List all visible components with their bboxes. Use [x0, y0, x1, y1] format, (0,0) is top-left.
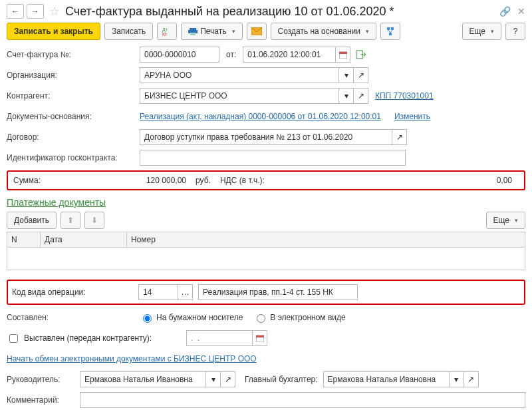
nds-amount: 0,00	[265, 176, 519, 185]
issued-checkbox-label[interactable]: Выставлен (передан контрагенту):	[7, 332, 186, 345]
org-input[interactable]: АРУНА ООО	[140, 67, 339, 83]
sf-number-input[interactable]: 0000-0000010	[140, 47, 219, 63]
svg-rect-8	[389, 33, 392, 35]
more-button[interactable]: Еще	[462, 23, 501, 40]
issued-checkbox[interactable]	[9, 334, 18, 343]
favorite-star-icon[interactable]: ☆	[49, 4, 60, 19]
nav-forward-button[interactable]: →	[27, 4, 44, 19]
col-n[interactable]: N	[7, 232, 41, 247]
comment-input[interactable]	[80, 392, 525, 408]
accountant-label: Главный бухгалтер:	[245, 375, 318, 384]
composed-label: Составлен:	[7, 313, 140, 322]
contract-open-button[interactable]: ↗	[392, 129, 407, 145]
sf-from-label: от:	[226, 50, 236, 59]
calendar-icon	[339, 51, 347, 59]
open-icon: ↗	[225, 375, 231, 384]
nav-back-button[interactable]: ←	[7, 4, 24, 19]
close-icon[interactable]: ✕	[517, 6, 525, 17]
create-based-on-button[interactable]: Создать на основании	[271, 23, 377, 40]
opcode-label: Код вида операции:	[12, 288, 138, 297]
structure-icon	[386, 27, 395, 36]
paydocs-add-button[interactable]: Добавить	[7, 212, 57, 229]
link-icon[interactable]: 🔗	[499, 6, 511, 17]
base-docs-label: Документы-основания:	[7, 112, 140, 121]
help-button[interactable]: ?	[505, 23, 525, 40]
paydocs-section-header[interactable]: Платежные документы	[7, 197, 106, 208]
head-dropdown-button[interactable]: ▾	[206, 371, 221, 387]
svg-text:Кт: Кт	[162, 32, 168, 36]
accountant-open-button[interactable]: ↗	[464, 371, 479, 387]
paydocs-table-header: N Дата Номер	[7, 232, 525, 248]
arrow-down-icon: ⬇	[91, 216, 98, 225]
open-icon: ↗	[358, 71, 364, 80]
ellipsis-icon: …	[182, 288, 190, 297]
paydocs-move-down-button[interactable]: ⬇	[84, 212, 104, 229]
goscontract-label: Идентификатор госконтракта:	[7, 153, 140, 162]
chevron-down-icon: ▾	[211, 375, 215, 384]
arrow-right-icon: →	[31, 7, 39, 16]
comment-label: Комментарий:	[7, 395, 80, 405]
structure-button[interactable]	[380, 23, 400, 40]
paydocs-move-up-button[interactable]: ⬆	[61, 212, 80, 229]
col-number[interactable]: Номер	[127, 232, 525, 247]
base-docs-edit-link[interactable]: Изменить	[394, 112, 430, 121]
col-date[interactable]: Дата	[41, 232, 127, 247]
issued-date-calendar-button[interactable]	[253, 330, 267, 346]
composed-electronic-option[interactable]: В электронном виде	[253, 312, 345, 323]
sf-date-action-icon[interactable]	[356, 50, 366, 59]
contr-open-button[interactable]: ↗	[354, 88, 368, 104]
svg-rect-7	[391, 27, 394, 30]
paydocs-more-button[interactable]: Еще	[486, 212, 525, 229]
email-button[interactable]	[247, 23, 267, 40]
arrow-left-icon: ←	[11, 7, 19, 16]
org-label: Организация:	[7, 71, 140, 80]
contract-input[interactable]: Договор уступки права требования № 213 о…	[140, 129, 392, 145]
print-button[interactable]: Печать	[181, 23, 242, 40]
edo-start-link[interactable]: Начать обмен электронными документами с …	[7, 354, 257, 363]
window-title: Счет-фактура выданный на реализацию 10 о…	[65, 5, 493, 19]
save-close-button[interactable]: Записать и закрыть	[7, 23, 100, 40]
open-icon: ↗	[396, 132, 403, 142]
sum-amount: 120 000,00	[106, 176, 186, 185]
envelope-icon	[251, 27, 262, 35]
org-open-button[interactable]: ↗	[354, 67, 368, 83]
sum-label: Сумма:	[13, 176, 106, 185]
opcode-select-button[interactable]: …	[178, 284, 193, 300]
svg-rect-2	[190, 28, 196, 30]
head-input[interactable]: Ермакова Наталья Ивановна	[80, 371, 206, 387]
composed-electronic-radio[interactable]	[257, 314, 265, 323]
nds-label: НДС (в т.ч.):	[220, 176, 265, 185]
sf-date-input[interactable]: 01.06.2020 12:00:01	[243, 47, 336, 63]
svg-rect-10	[339, 52, 347, 54]
contr-dropdown-button[interactable]: ▾	[339, 88, 354, 104]
contr-label: Контрагент:	[7, 91, 140, 101]
open-icon: ↗	[358, 91, 364, 101]
calendar-icon	[256, 334, 264, 342]
doc-arrow-icon	[356, 50, 366, 59]
contr-input[interactable]: БИЗНЕС ЦЕНТР ООО	[140, 88, 339, 104]
debit-credit-button[interactable]: ДтКт	[157, 23, 177, 40]
paydocs-table-body[interactable]	[7, 248, 525, 270]
composed-paper-radio[interactable]	[143, 314, 152, 323]
chevron-down-icon: ▾	[454, 375, 458, 384]
sf-date-calendar-button[interactable]	[336, 47, 350, 63]
goscontract-input[interactable]	[140, 150, 406, 166]
save-button[interactable]: Записать	[104, 23, 153, 40]
accountant-dropdown-button[interactable]: ▾	[450, 371, 464, 387]
arrow-up-icon: ⬆	[67, 216, 74, 225]
opcode-input[interactable]: 14	[138, 284, 178, 300]
chevron-down-icon: ▾	[344, 71, 348, 80]
org-dropdown-button[interactable]: ▾	[339, 67, 354, 83]
issued-date-input[interactable]: . .	[186, 330, 253, 346]
svg-rect-4	[190, 33, 196, 35]
opcode-desc: Реализация прав, пп.1-4 ст. 155 НК	[198, 284, 358, 300]
svg-rect-13	[256, 335, 264, 337]
head-open-button[interactable]: ↗	[221, 371, 235, 387]
contr-kpp-link[interactable]: КПП 770301001	[375, 91, 434, 101]
printer-icon	[188, 27, 198, 35]
svg-rect-6	[387, 27, 390, 30]
composed-paper-option[interactable]: На бумажном носителе	[140, 312, 243, 323]
base-docs-link[interactable]: Реализация (акт, накладная) 0000-000006 …	[140, 112, 381, 121]
accountant-input[interactable]: Ермакова Наталья Ивановна	[323, 371, 450, 387]
sf-number-label: Счет-фактура №:	[7, 50, 140, 59]
